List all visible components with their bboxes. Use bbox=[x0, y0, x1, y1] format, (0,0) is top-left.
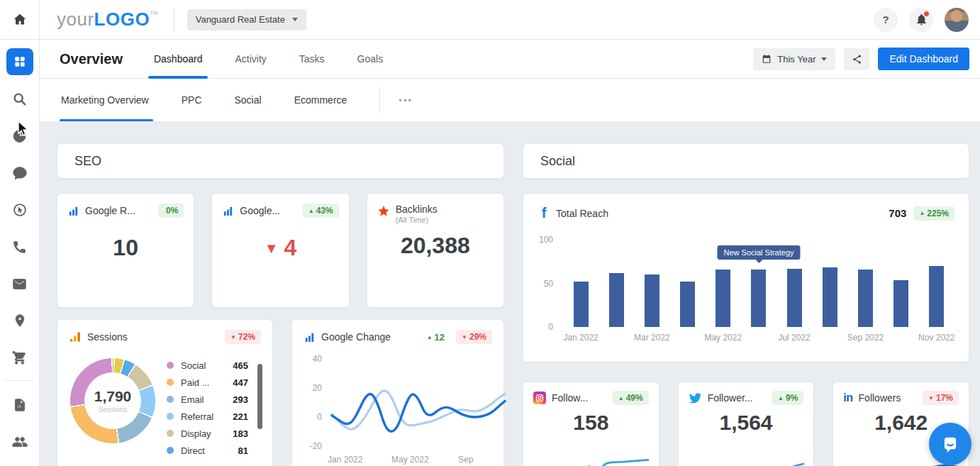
sidebar-item-search[interactable] bbox=[7, 87, 33, 112]
bar-slot bbox=[609, 240, 624, 327]
badge-value: 72% bbox=[238, 332, 255, 342]
sidebar-item-rankings[interactable] bbox=[7, 197, 33, 223]
social-section-header: Social bbox=[523, 143, 969, 179]
legend-dot bbox=[167, 430, 174, 437]
annotation-tooltip[interactable]: New Social Strategy bbox=[717, 245, 800, 260]
total-reach-bar[interactable] bbox=[609, 273, 624, 327]
legend-dot bbox=[167, 447, 174, 454]
widget-subtitle: (All Time) bbox=[396, 216, 438, 224]
home-button[interactable] bbox=[0, 0, 40, 40]
legend-item[interactable]: Paid ...447 bbox=[167, 374, 248, 391]
tab-goals[interactable]: Goals bbox=[357, 40, 384, 79]
widget-title: Total Reach bbox=[556, 208, 608, 219]
subtab-ppc[interactable]: PPC bbox=[182, 79, 202, 121]
total-reach-widget[interactable]: f Total Reach 703 ▲ 225% 100 50 0 New bbox=[523, 193, 969, 362]
legend-item[interactable]: Social465 bbox=[167, 357, 248, 374]
backlinks-widget[interactable]: Backlinks (All Time) 20,388 bbox=[367, 193, 504, 308]
account-selector[interactable]: Vanguard Real Estate bbox=[187, 9, 306, 30]
badge-value: 29% bbox=[469, 332, 486, 342]
sidebar-item-local[interactable] bbox=[7, 308, 33, 333]
legend-item[interactable]: Direct81 bbox=[167, 442, 248, 459]
user-avatar[interactable] bbox=[945, 8, 969, 32]
legend-item[interactable]: Referral221 bbox=[167, 408, 248, 425]
total-reach-bar[interactable] bbox=[823, 267, 837, 327]
legend-dot bbox=[167, 362, 174, 369]
widget-title: Sessions bbox=[87, 331, 128, 343]
metric-value: ▼4 bbox=[222, 235, 338, 261]
sidebar-item-analytics[interactable] bbox=[7, 123, 33, 149]
subtab-marketing-overview[interactable]: Marketing Overview bbox=[61, 79, 149, 121]
x-tick: May 2022 bbox=[391, 455, 429, 465]
total-reach-bar[interactable] bbox=[645, 274, 659, 327]
subtab-social[interactable]: Social bbox=[235, 79, 262, 121]
badge-value: 43% bbox=[316, 206, 333, 216]
total-reach-chart[interactable]: 100 50 0 New Social Strategy Jan 2022Mar… bbox=[538, 240, 954, 327]
sparkline-chart bbox=[530, 455, 659, 466]
badge-arrow: ▲ bbox=[919, 210, 925, 216]
sidebar-item-dashboards[interactable] bbox=[6, 48, 33, 75]
social-section-title: Social bbox=[540, 154, 575, 169]
apps-grid-icon bbox=[13, 55, 27, 69]
sessions-widget[interactable]: Sessions ▼ 72% 1,790 Sessions Social4 bbox=[57, 319, 273, 466]
legend-scrollbar[interactable] bbox=[257, 364, 262, 429]
y-tick: 20 bbox=[304, 383, 322, 393]
share-button[interactable] bbox=[844, 48, 869, 70]
instagram-icon bbox=[533, 392, 546, 404]
legend-item[interactable]: Display183 bbox=[167, 425, 248, 442]
metric-value: 20,388 bbox=[377, 233, 494, 259]
bar-slot bbox=[893, 240, 908, 327]
logo-text-blue: LOGO bbox=[94, 9, 150, 30]
tab-dashboard[interactable]: Dashboard bbox=[154, 40, 203, 79]
badge-value: 17% bbox=[936, 393, 953, 403]
sidebar-item-email[interactable] bbox=[7, 271, 33, 296]
subtab-ecommerce[interactable]: Ecommerce bbox=[294, 79, 347, 121]
google-change-chart[interactable]: 40 20 0 -20 Jan 2022 May 2022 Sep 2022 bbox=[304, 347, 492, 466]
help-button[interactable]: ? bbox=[874, 8, 898, 32]
sidebar-item-clients[interactable] bbox=[7, 429, 33, 455]
notifications-button[interactable] bbox=[909, 8, 933, 32]
total-reach-bar[interactable] bbox=[893, 280, 908, 327]
sessions-legend: Social465 Paid ...447 Email293 Referral2… bbox=[167, 357, 261, 459]
sidebar-item-ecommerce[interactable] bbox=[7, 345, 33, 370]
date-range-label: This Year bbox=[777, 54, 815, 65]
total-reach-bar[interactable] bbox=[858, 270, 873, 327]
date-range-selector[interactable]: This Year bbox=[753, 48, 835, 70]
seo-section-title: SEO bbox=[74, 154, 101, 169]
total-reach-bar[interactable] bbox=[787, 269, 802, 327]
change-badge: ▼ 17% bbox=[923, 391, 959, 405]
total-reach-bar[interactable] bbox=[751, 270, 766, 327]
people-icon bbox=[12, 434, 28, 450]
google-rank-widget[interactable]: Google R... 0% 10 bbox=[57, 193, 194, 308]
edit-dashboard-button[interactable]: Edit Dashboard bbox=[878, 48, 969, 70]
logo-trademark: TM bbox=[150, 10, 158, 16]
metric-value: 158 bbox=[533, 411, 649, 435]
legend-label: Display bbox=[181, 428, 233, 439]
total-reach-bar[interactable] bbox=[715, 270, 730, 327]
total-reach-bar[interactable] bbox=[574, 282, 589, 327]
bar-slot bbox=[823, 240, 837, 327]
delta-arrow: ▲ bbox=[427, 334, 433, 340]
sessions-donut-chart[interactable]: 1,790 Sessions bbox=[70, 358, 155, 443]
legend-value: 183 bbox=[233, 428, 248, 439]
sidebar-item-messages[interactable] bbox=[7, 160, 33, 186]
metric-value: 1,564 bbox=[689, 411, 804, 435]
total-reach-bar[interactable] bbox=[929, 266, 944, 327]
sidebar-item-reports[interactable] bbox=[7, 392, 33, 418]
google-change-kpi-widget[interactable]: Google... ▲ 43% ▼4 bbox=[211, 193, 349, 308]
total-reach-bar[interactable] bbox=[680, 282, 695, 327]
legend-label: Email bbox=[181, 394, 233, 405]
tab-tasks[interactable]: Tasks bbox=[299, 40, 325, 79]
report-file-icon bbox=[13, 398, 27, 412]
star-icon bbox=[377, 205, 390, 218]
delta-value: 12 bbox=[435, 332, 445, 343]
tab-activity[interactable]: Activity bbox=[235, 40, 266, 79]
legend-item[interactable]: Email293 bbox=[167, 391, 248, 408]
instagram-followers-widget[interactable]: Follow... ▲ 49% 158 bbox=[523, 382, 659, 466]
change-badge: ▲ 43% bbox=[303, 204, 339, 218]
home-icon bbox=[12, 12, 28, 28]
chat-launcher-button[interactable] bbox=[929, 423, 971, 465]
google-change-widget[interactable]: Google Change ▲ 12 ▼ 29% 40 20 0 -20 bbox=[291, 319, 504, 466]
sidebar-item-calls[interactable] bbox=[7, 234, 33, 260]
twitter-followers-widget[interactable]: Follower... ▲ 9% 1,564 bbox=[678, 382, 815, 466]
more-tabs-button[interactable]: ••• bbox=[399, 95, 413, 106]
